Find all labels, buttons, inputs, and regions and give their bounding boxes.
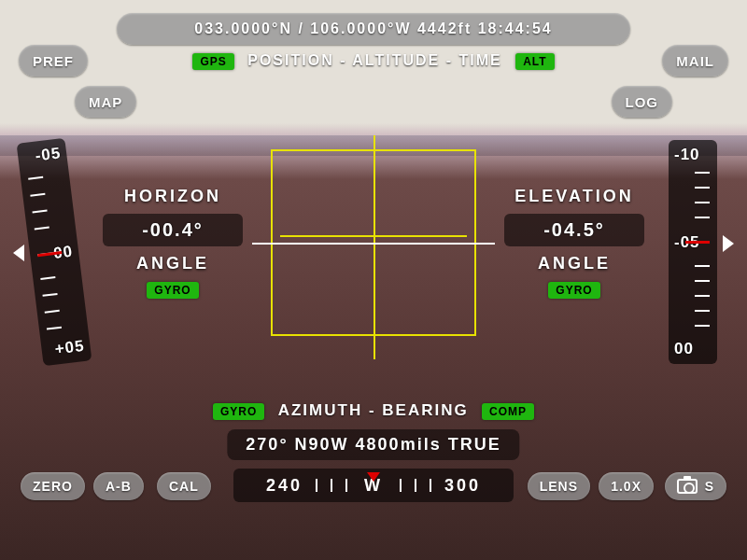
compass-left: 240 [266,476,303,496]
elevation-pointer-icon [723,235,734,252]
horizon-scale-bot: +05 [54,337,86,359]
elevation-value: -04.5° [504,214,644,246]
horizon-sub: ANGLE [103,254,243,273]
horizon-pointer-icon [13,245,24,261]
azimuth-title: AZIMUTH - BEARING [278,401,469,419]
elevation-scale-top: -10 [674,146,700,164]
cal-button[interactable]: CAL [157,472,211,500]
alt-chip[interactable]: ALT [515,53,554,70]
ab-button[interactable]: A-B [93,472,144,500]
mail-button[interactable]: MAIL [662,45,728,77]
position-status-bar: 033.0000°N / 106.0000°W 4442ft 18:44:54 [117,13,630,45]
horizon-title: HORIZON [103,187,243,206]
horizon-scale-top: -05 [35,144,63,165]
compass-heading-marker-icon [367,472,380,482]
elevation-title: ELEVATION [504,187,644,206]
pref-button[interactable]: PREF [19,45,88,77]
log-button[interactable]: LOG [612,86,673,118]
horizon-value: -00.4° [103,214,243,246]
camera-button[interactable]: S [665,472,726,500]
azimuth-gyro-chip[interactable]: GYRO [213,403,264,420]
horizon-gyro-chip[interactable]: GYRO [147,282,198,299]
gps-chip[interactable]: GPS [192,53,233,70]
compass-strip: 240 W 300 [233,469,514,502]
map-button[interactable]: MAP [75,86,136,118]
elevation-scale: -10 -05 00 [669,140,717,364]
horizon-scale: -05 00 +05 [17,138,92,367]
compass-center: W [360,476,387,496]
lens-button[interactable]: LENS [528,472,590,500]
camera-icon [677,479,698,494]
top-subtitle: POSITION - ALTITUDE - TIME [247,52,501,68]
azimuth-comp-chip[interactable]: COMP [482,403,534,420]
azimuth-readout: 270° N90W 4800mils TRUE [227,429,519,460]
compass-right: 300 [444,476,481,496]
camera-suffix: S [705,479,714,494]
position-status-text: 033.0000°N / 106.0000°W 4442ft 18:44:54 [194,21,552,37]
elevation-scale-bot: 00 [674,340,694,358]
zoom-button[interactable]: 1.0X [599,472,654,500]
elevation-gyro-chip[interactable]: GYRO [548,282,599,299]
elevation-sub: ANGLE [504,254,644,273]
targeting-reticle [271,149,476,336]
zero-button[interactable]: ZERO [21,472,85,500]
